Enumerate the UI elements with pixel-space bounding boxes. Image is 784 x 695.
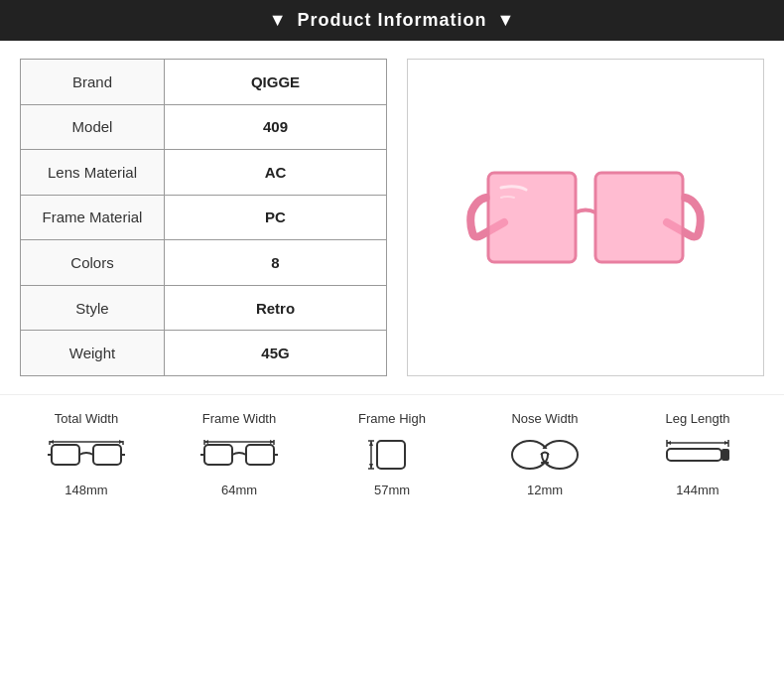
product-info-table: BrandQIGGEModel409Lens MaterialACFrame M…	[20, 59, 387, 376]
nose-width-icon	[505, 432, 585, 477]
dim-frame-width-value: 64mm	[221, 483, 257, 497]
main-content: BrandQIGGEModel409Lens MaterialACFrame M…	[0, 41, 784, 386]
dim-nose-width: Nose Width 12mm	[495, 411, 594, 497]
dim-total-width-label: Total Width	[55, 411, 118, 426]
table-row: Frame MaterialPC	[21, 195, 387, 240]
dimensions-section: Total Width 148mm	[0, 394, 784, 497]
table-cell-label: Style	[21, 285, 165, 331]
svg-rect-20	[377, 441, 405, 469]
table-row: BrandQIGGE	[21, 60, 387, 105]
dim-nose-width-value: 12mm	[527, 483, 563, 497]
table-row: Weight45G	[21, 331, 387, 376]
table-cell-value: 8	[165, 240, 387, 286]
svg-rect-33	[721, 449, 729, 461]
table-cell-label: Frame Material	[21, 195, 165, 240]
dim-total-width: Total Width 148mm	[37, 411, 136, 497]
dim-frame-high-value: 57mm	[374, 483, 410, 497]
dim-leg-length: Leg Length 144mm	[648, 411, 747, 497]
table-row: StyleRetro	[21, 285, 387, 331]
svg-rect-11	[204, 445, 232, 465]
page-header: ▼ Product Information ▼	[0, 0, 784, 41]
table-cell-label: Weight	[21, 331, 165, 376]
header-triangle-left: ▼	[269, 10, 288, 31]
dim-frame-width-label: Frame Width	[202, 411, 276, 426]
table-cell-label: Model	[21, 104, 165, 150]
page-wrapper: ▼ Product Information ▼ BrandQIGGEModel4…	[0, 0, 784, 695]
svg-rect-12	[246, 445, 274, 465]
svg-rect-1	[595, 173, 683, 262]
frame-high-icon	[352, 432, 432, 477]
glasses-image	[408, 60, 763, 375]
header-triangle-right: ▼	[497, 10, 516, 31]
table-cell-label: Brand	[21, 60, 165, 105]
dim-nose-width-label: Nose Width	[511, 411, 578, 426]
table-row: Colors8	[21, 240, 387, 286]
dim-frame-high: Frame High 57mm	[342, 411, 442, 497]
table-cell-value: 45G	[165, 331, 387, 376]
table-cell-value: 409	[165, 104, 387, 150]
dim-total-width-value: 148mm	[65, 483, 107, 497]
dim-leg-length-label: Leg Length	[665, 411, 729, 426]
table-cell-value: Retro	[165, 285, 387, 331]
svg-rect-32	[667, 449, 721, 461]
frame-width-icon	[199, 432, 279, 477]
product-image-area	[407, 59, 764, 376]
dim-frame-width: Frame Width 64mm	[190, 411, 289, 497]
table-cell-value: AC	[165, 150, 387, 196]
table-cell-label: Lens Material	[21, 150, 165, 196]
total-width-icon	[47, 432, 126, 477]
table-row: Model409	[21, 104, 387, 150]
table-cell-label: Colors	[21, 240, 165, 286]
dim-leg-length-value: 144mm	[676, 483, 719, 497]
leg-length-icon	[658, 432, 737, 477]
page-title: Product Information	[298, 10, 487, 31]
table-cell-value: PC	[165, 195, 387, 240]
svg-rect-3	[93, 445, 121, 465]
dim-frame-high-label: Frame High	[358, 411, 426, 426]
svg-rect-2	[52, 445, 79, 465]
table-cell-value: QIGGE	[165, 60, 387, 105]
table-row: Lens MaterialAC	[21, 150, 387, 196]
